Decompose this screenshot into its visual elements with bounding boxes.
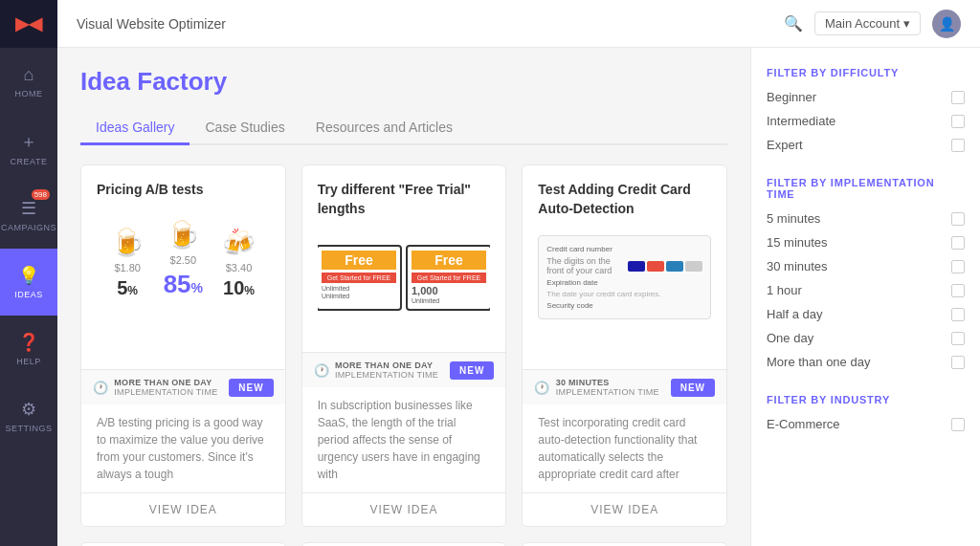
filter-30min[interactable]: 30 minutes	[767, 259, 965, 273]
filter-label: One day	[767, 331, 813, 345]
new-badge: NEW	[229, 379, 273, 397]
card-title: Test Adding Credit Card Auto-Detection	[538, 181, 711, 218]
trial-row: Unlimited	[322, 293, 396, 299]
cc-number: The digits on the front of your card	[546, 256, 628, 275]
cc-row-expiry-sub: The date your credit card expires.	[546, 290, 702, 298]
filter-checkbox-oneday[interactable]	[951, 332, 965, 345]
sidebar-item-campaigns[interactable]: 598 ☰ CAMPAIGNS	[0, 182, 57, 249]
sidebar-item-ideas[interactable]: 💡 IDEAS	[0, 249, 57, 316]
impl-label: IMPLEMENTATION TIME	[335, 370, 438, 380]
tab-case-studies[interactable]: Case Studies	[189, 112, 300, 145]
impl-label: IMPLEMENTATION TIME	[114, 387, 217, 397]
filter-oneday[interactable]: One day	[767, 331, 965, 345]
price-val: $2.50	[170, 254, 197, 266]
search-icon[interactable]: 🔍	[784, 14, 803, 33]
filter-sidebar: FILTER BY DIFFICULTY Beginner Intermedia…	[750, 48, 980, 546]
filter-checkbox-ecommerce[interactable]	[951, 418, 965, 431]
price-val: $3.40	[226, 262, 253, 273]
filter-checkbox-intermediate[interactable]	[951, 115, 965, 128]
filter-checkbox-1hour[interactable]	[951, 284, 965, 297]
view-idea-button[interactable]: VIEW IDEA	[81, 492, 285, 526]
pricing-visual: 🍺 $1.80 5% 🍺 $2.50 85%	[111, 211, 256, 307]
filter-5min[interactable]: 5 minutes	[767, 211, 965, 226]
mc-icon	[647, 261, 664, 272]
filter-difficulty-title: FILTER BY DIFFICULTY	[767, 67, 965, 78]
campaigns-icon: ☰	[21, 198, 36, 219]
impl-time: 🕐 30 MINUTES IMPLEMENTATION TIME	[534, 378, 659, 397]
filter-checkbox-30min[interactable]	[951, 260, 965, 273]
new-badge: NEW	[450, 361, 494, 380]
topbar: Visual Website Optimizer 🔍 Main Account …	[57, 0, 980, 48]
trial-row: 1,000	[412, 285, 486, 296]
filter-15min[interactable]: 15 minutes	[767, 235, 965, 250]
filter-label: Intermediate	[767, 114, 835, 128]
trial-row: Unlimited	[322, 285, 396, 292]
impl-label: IMPLEMENTATION TIME	[556, 387, 659, 397]
mug-icon: 🍺	[167, 219, 200, 251]
filter-label: 1 hour	[767, 283, 802, 297]
free-label: Free	[322, 251, 396, 270]
filter-beginner[interactable]: Beginner	[767, 90, 965, 104]
impl-time-details: MORE THAN ONE DAY IMPLEMENTATION TIME	[335, 360, 438, 380]
campaigns-badge: 598	[32, 189, 50, 200]
card-desc: A/B testing pricing is a good way to max…	[81, 404, 285, 492]
app-brand: Visual Website Optimizer	[77, 16, 226, 32]
impl-time-val: MORE THAN ONE DAY	[335, 360, 438, 370]
card-title: Pricing A/B tests	[97, 181, 270, 200]
filter-label: Beginner	[767, 90, 816, 104]
view-idea-button[interactable]: VIEW IDEA	[523, 492, 726, 526]
visa-icon	[628, 261, 645, 272]
ideas-icon: 💡	[18, 265, 39, 286]
sidebar-item-create[interactable]: ＋ CREATE	[0, 115, 57, 182]
sidebar: ▶◀ ⌂ HOME ＋ CREATE 598 ☰ CAMPAIGNS 💡 IDE…	[0, 0, 57, 546]
card-body: Pricing A/B tests 🍺 $1.80 5% 🍺	[81, 165, 285, 369]
filter-checkbox-expert[interactable]	[951, 139, 965, 152]
sidebar-item-label: HELP	[16, 357, 41, 366]
card-pricing: Pricing A/B tests 🍺 $1.80 5% 🍺	[80, 164, 286, 527]
card-desc: Test incorporating credit card auto-dete…	[523, 404, 726, 492]
sidebar-item-settings[interactable]: ⚙ SETTINGS	[0, 382, 57, 449]
trial-cta: Get Started for FREE	[412, 273, 486, 283]
filter-checkbox-5min[interactable]	[951, 212, 965, 226]
filter-expert[interactable]: Expert	[767, 138, 965, 152]
sidebar-item-home[interactable]: ⌂ HOME	[0, 48, 57, 115]
tabs: Ideas Gallery Case Studies Resources and…	[80, 112, 727, 145]
price-item-3: 🍻 $3.40 10%	[222, 227, 256, 299]
card-guest-checkout: Make Guest Checkout as the Primary Check…	[301, 542, 507, 546]
card-footer: 🕐 MORE THAN ONE DAY IMPLEMENTATION TIME …	[81, 369, 285, 404]
filter-checkbox-beginner[interactable]	[951, 91, 965, 104]
impl-time: 🕐 MORE THAN ONE DAY IMPLEMENTATION TIME	[314, 360, 439, 380]
sidebar-item-help[interactable]: ❓ HELP	[0, 316, 57, 382]
filter-intermediate[interactable]: Intermediate	[767, 114, 965, 128]
filter-morethanoneday[interactable]: More than one day	[767, 355, 965, 369]
filter-ecommerce[interactable]: E-Commerce	[767, 417, 965, 431]
create-icon: ＋	[20, 130, 37, 153]
price-pct-highlight: 85%	[164, 270, 203, 299]
price-item-1: 🍺 $1.80 5%	[111, 227, 145, 299]
sidebar-item-label: CAMPAIGNS	[1, 223, 56, 232]
card-body: Try different "Free Trial" lengths Free …	[302, 165, 506, 352]
filter-checkbox-15min[interactable]	[951, 236, 965, 250]
page-content: Idea Factory Ideas Gallery Case Studies …	[57, 48, 750, 546]
tab-resources[interactable]: Resources and Articles	[301, 112, 468, 145]
price-item-2: 🍺 $2.50 85%	[164, 219, 203, 299]
card-footer: 🕐 30 MINUTES IMPLEMENTATION TIME NEW	[523, 369, 726, 404]
cc-row-cvv: Security code	[546, 301, 702, 310]
avatar[interactable]: 👤	[932, 10, 961, 38]
filter-halfday[interactable]: Half a day	[767, 307, 965, 321]
view-idea-button[interactable]: VIEW IDEA	[302, 492, 506, 526]
cc-row: Credit card number	[546, 245, 702, 253]
account-button[interactable]: Main Account ▾	[814, 11, 921, 35]
filter-checkbox-halfday[interactable]	[951, 308, 965, 321]
cc-row-expiry: Expiration date	[546, 278, 702, 287]
trial-box-1: Free Get Started for FREE Unlimited Unli…	[318, 245, 402, 311]
impl-time-val: 30 MINUTES	[556, 378, 659, 387]
logo-icon: ▶◀	[15, 13, 42, 34]
trial-row: Unlimited	[412, 297, 486, 304]
filter-checkbox-morethanoneday[interactable]	[951, 356, 965, 369]
settings-icon: ⚙	[21, 399, 36, 420]
filter-1hour[interactable]: 1 hour	[767, 283, 965, 297]
tab-ideas-gallery[interactable]: Ideas Gallery	[80, 112, 189, 145]
expiry-hint: The date your credit card expires.	[546, 290, 660, 298]
cc-visual: Credit card number The digits on the fro…	[538, 235, 711, 319]
